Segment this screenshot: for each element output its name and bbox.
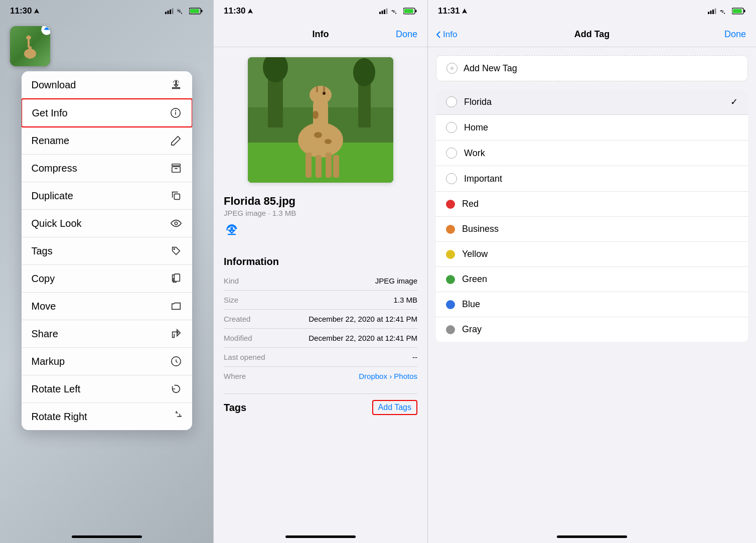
tag-row-business[interactable]: Business — [436, 217, 748, 242]
svg-rect-7 — [190, 9, 199, 13]
svg-rect-6 — [201, 10, 202, 13]
menu-item-compress[interactable]: Compress — [22, 155, 192, 182]
add-new-tag-label: Add New Tag — [464, 63, 517, 74]
menu-item-move[interactable]: Move — [22, 293, 192, 320]
blue-dot — [446, 300, 455, 309]
tag-row-yellow[interactable]: Yellow — [436, 242, 748, 267]
svg-rect-12 — [28, 35, 29, 38]
menu-item-duplicate[interactable]: Duplicate — [22, 182, 192, 210]
svg-point-52 — [316, 97, 326, 104]
add-tag-nav-bar: Info Add Tag Done — [428, 22, 756, 47]
giraffe-scene — [248, 57, 393, 183]
svg-rect-2 — [170, 10, 171, 14]
info-row-kind: Kind JPEG image — [224, 272, 417, 290]
battery-icon-1 — [189, 8, 203, 15]
menu-item-rename[interactable]: Rename — [22, 127, 192, 155]
file-name-section: Florida 85.jpg JPEG image · 1.3 MB — [224, 191, 417, 246]
preview-image — [248, 57, 393, 183]
menu-item-rotate-right[interactable]: Rotate Right — [22, 403, 192, 430]
cloud-download-button[interactable] — [224, 222, 417, 242]
battery-icon-3 — [732, 8, 746, 15]
svg-rect-19 — [174, 194, 180, 199]
svg-rect-31 — [404, 9, 413, 13]
tag-radio-florida — [446, 96, 457, 107]
tag-row-florida[interactable]: Florida ✓ — [436, 89, 748, 115]
info-row-where: Where Dropbox › Photos — [224, 366, 417, 385]
svg-rect-55 — [712, 10, 714, 14]
wifi-icon-1 — [177, 8, 186, 14]
info-nav-bar: Info Done — [214, 22, 427, 47]
tag-row-home[interactable]: Home — [436, 115, 748, 141]
info-panel: 11:30 Info Done — [213, 0, 427, 543]
svg-point-57 — [724, 13, 725, 14]
menu-item-share[interactable]: Share — [22, 320, 192, 348]
svg-rect-59 — [744, 10, 745, 13]
svg-point-15 — [175, 110, 176, 111]
add-tags-button[interactable]: Add Tags — [372, 400, 417, 415]
svg-rect-54 — [710, 11, 712, 14]
menu-item-rotate-left[interactable]: Rotate Left — [22, 375, 192, 403]
add-new-tag-circle — [446, 63, 458, 74]
menu-item-get-info[interactable]: Get Info — [22, 98, 192, 127]
tag-row-gray[interactable]: Gray — [436, 317, 748, 342]
menu-item-download[interactable]: Download — [22, 71, 192, 99]
context-menu: Download Get Info Rename Compress — [22, 71, 192, 430]
location-icon-3 — [462, 8, 468, 14]
status-icons-3 — [708, 8, 746, 15]
thumbnail-area — [0, 22, 213, 66]
tag-list: Add New Tag Florida ✓ Home Work — [428, 47, 756, 530]
svg-rect-0 — [165, 12, 167, 15]
green-dot — [446, 275, 455, 284]
eye-icon — [170, 217, 182, 229]
tag-row-blue[interactable]: Blue — [436, 292, 748, 317]
status-icons-1 — [165, 8, 203, 15]
tag-row-work[interactable]: Work — [436, 141, 748, 166]
info-done-button[interactable]: Done — [396, 29, 417, 40]
tag-radio-home — [446, 122, 457, 133]
svg-rect-1 — [168, 11, 169, 14]
svg-rect-47 — [326, 153, 332, 178]
tag-radio-work — [446, 148, 457, 159]
info-title: Info — [313, 29, 329, 40]
status-bar-2: 11:30 — [214, 0, 427, 22]
chevron-left-icon — [436, 31, 441, 39]
cloud-upload-small-icon — [44, 27, 50, 33]
tag-icon — [170, 245, 182, 257]
back-button[interactable]: Info — [436, 30, 457, 40]
svg-rect-25 — [382, 11, 383, 14]
add-new-tag-row[interactable]: Add New Tag — [436, 55, 748, 81]
menu-item-quick-look[interactable]: Quick Look — [22, 210, 192, 237]
menu-item-copy[interactable]: Copy — [22, 265, 192, 293]
info-row-modified: Modified December 22, 2020 at 12:41 PM — [224, 328, 417, 347]
menu-item-tags[interactable]: Tags — [22, 237, 192, 265]
svg-rect-3 — [172, 9, 174, 14]
tag-row-important[interactable]: Important — [436, 166, 748, 192]
svg-rect-26 — [384, 10, 385, 14]
tag-radio-important — [446, 173, 457, 184]
file-thumbnail — [10, 26, 50, 66]
svg-rect-48 — [333, 155, 339, 178]
add-tag-done-button[interactable]: Done — [724, 29, 746, 40]
folder-icon — [170, 300, 182, 312]
signal-icon-2 — [379, 8, 388, 14]
tag-row-red[interactable]: Red — [436, 192, 748, 217]
svg-rect-56 — [715, 9, 716, 14]
svg-rect-10 — [28, 39, 30, 48]
svg-rect-22 — [174, 274, 180, 282]
yellow-dot — [446, 250, 455, 259]
menu-item-markup[interactable]: Markup — [22, 348, 192, 375]
svg-rect-24 — [379, 12, 381, 15]
info-table: Kind JPEG image Size 1.3 MB Created Dece… — [224, 272, 417, 385]
svg-rect-30 — [415, 10, 416, 13]
tag-section: Florida ✓ Home Work Important Red — [436, 89, 748, 342]
tags-label: Tags — [224, 402, 246, 414]
tag-row-green[interactable]: Green — [436, 267, 748, 292]
image-preview-section — [224, 57, 417, 183]
rotate-left-icon — [170, 383, 182, 395]
back-label: Info — [443, 30, 457, 40]
home-indicator-3 — [557, 535, 627, 538]
wifi-icon-3 — [720, 8, 729, 14]
information-title: Information — [224, 256, 417, 267]
gray-dot — [446, 325, 455, 334]
svg-rect-53 — [708, 12, 709, 15]
